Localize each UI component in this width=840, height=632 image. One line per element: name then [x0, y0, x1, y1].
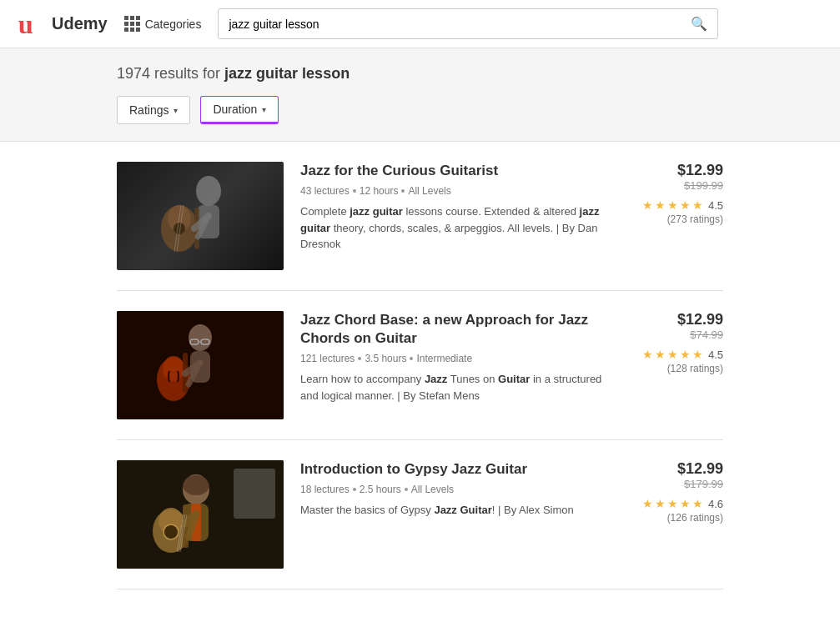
star-4: ★	[680, 348, 691, 361]
sub-header: 1974 results for jazz guitar lesson Rati…	[0, 48, 840, 142]
price-current: $12.99	[631, 162, 723, 179]
course-price: $12.99 $74.99 ★ ★ ★ ★ ★ 4.5 (128 ratings…	[631, 311, 723, 374]
price-current: $12.99	[631, 311, 723, 329]
course-description: Complete jazz guitar lessons course. Ext…	[300, 203, 615, 253]
course-meta: 18 lectures 2.5 hours All Levels	[300, 484, 615, 495]
header: u Udemy Categories 🔍	[0, 0, 840, 48]
main-content: Jazz for the Curious Guitarist 43 lectur…	[0, 142, 840, 589]
star-3: ★	[667, 497, 678, 510]
hours-count: 12 hours	[360, 185, 399, 197]
star-4: ★	[680, 497, 691, 510]
search-input[interactable]	[219, 11, 681, 38]
course-thumbnail[interactable]	[117, 162, 284, 270]
results-text: 1974 results for jazz guitar lesson	[117, 65, 723, 83]
course-meta: 121 lectures 3.5 hours Intermediate	[300, 353, 615, 364]
svg-point-1	[196, 176, 221, 206]
star-5-half: ★	[692, 198, 703, 212]
star-2: ★	[655, 198, 666, 212]
lectures-count: 121 lectures	[300, 353, 355, 364]
svg-point-12	[189, 324, 212, 351]
course-meta: 43 lectures 12 hours All Levels	[300, 185, 615, 197]
course-thumbnail[interactable]	[117, 311, 284, 419]
svg-rect-23	[234, 469, 275, 519]
lectures-count: 43 lectures	[300, 185, 350, 197]
star-3: ★	[667, 348, 678, 361]
hours-count: 3.5 hours	[365, 353, 406, 364]
course-price: $12.99 $179.99 ★ ★ ★ ★ ★ 4.6 (126 rating…	[631, 460, 723, 524]
star-2: ★	[655, 348, 666, 361]
ratings-count: (126 ratings)	[631, 512, 723, 524]
course-card: Introduction to Gypsy Jazz Guitar 18 lec…	[117, 440, 723, 589]
star-3: ★	[667, 198, 678, 212]
svg-point-6	[174, 223, 185, 234]
search-icon: 🔍	[691, 17, 707, 31]
svg-point-30	[164, 525, 178, 539]
course-list: Jazz for the Curious Guitarist 43 lectur…	[117, 142, 723, 589]
svg-point-18	[163, 356, 184, 381]
duration-filter-label: Duration	[213, 103, 257, 116]
course-info: Jazz for the Curious Guitarist 43 lectur…	[300, 162, 615, 253]
course-level: All Levels	[408, 185, 450, 197]
course-description: Master the basics of Gypsy Jazz Guitar! …	[300, 502, 615, 519]
star-2: ★	[655, 497, 666, 510]
course-title[interactable]: Introduction to Gypsy Jazz Guitar	[300, 460, 615, 479]
course-price: $12.99 $199.99 ★ ★ ★ ★ ★ 4.5 (273 rating…	[631, 162, 723, 225]
results-prefix: results for	[154, 65, 224, 82]
rating-number: 4.6	[708, 498, 723, 510]
star-5-half: ★	[692, 348, 703, 361]
star-rating: ★ ★ ★ ★ ★ 4.6	[631, 497, 723, 510]
separator-dot	[405, 488, 408, 491]
svg-point-25	[183, 475, 209, 495]
star-5-half: ★	[692, 497, 703, 510]
course-description: Learn how to accompany Jazz Tunes on Gui…	[300, 371, 615, 404]
separator-dot	[353, 189, 356, 193]
ratings-count: (273 ratings)	[631, 213, 723, 225]
ratings-count: (128 ratings)	[631, 363, 723, 374]
hours-count: 2.5 hours	[360, 484, 401, 495]
ratings-filter-label: Ratings	[129, 103, 169, 117]
star-4: ★	[680, 198, 691, 212]
search-bar: 🔍	[218, 8, 718, 39]
filter-bar: Ratings ▾ Duration ▾	[117, 96, 723, 124]
rating-number: 4.5	[708, 199, 723, 212]
search-button[interactable]: 🔍	[681, 9, 717, 38]
logo-text: Udemy	[52, 14, 108, 33]
price-original: $74.99	[631, 329, 723, 341]
chevron-down-icon: ▾	[174, 106, 178, 115]
course-level: Intermediate	[416, 353, 472, 364]
course-level: All Levels	[411, 484, 454, 495]
categories-label: Categories	[145, 18, 202, 31]
star-rating: ★ ★ ★ ★ ★ 4.5	[631, 348, 723, 361]
chevron-down-icon: ▾	[262, 105, 266, 114]
star-rating: ★ ★ ★ ★ ★ 4.5	[631, 198, 723, 212]
separator-dot	[353, 488, 356, 491]
ratings-filter-button[interactable]: Ratings ▾	[117, 96, 190, 124]
results-count: 1974	[117, 65, 150, 82]
price-original: $199.99	[631, 179, 723, 192]
star-1: ★	[642, 198, 653, 212]
duration-filter-button[interactable]: Duration ▾	[200, 96, 279, 124]
rating-number: 4.5	[708, 349, 723, 361]
course-info: Jazz Chord Base: a new Approach for Jazz…	[300, 311, 615, 404]
separator-dot	[410, 357, 413, 360]
results-query: jazz guitar lesson	[224, 65, 350, 82]
star-1: ★	[642, 497, 653, 510]
lectures-count: 18 lectures	[300, 484, 350, 495]
grid-icon	[124, 16, 140, 32]
star-1: ★	[642, 348, 653, 361]
course-card: Jazz Chord Base: a new Approach for Jazz…	[117, 291, 723, 440]
price-current: $12.99	[631, 460, 723, 478]
categories-button[interactable]: Categories	[124, 16, 202, 32]
svg-text:u: u	[18, 9, 33, 39]
separator-dot	[401, 189, 405, 193]
course-thumbnail[interactable]	[117, 460, 284, 569]
price-original: $179.99	[631, 478, 723, 490]
course-title[interactable]: Jazz for the Curious Guitarist	[300, 162, 615, 180]
logo[interactable]: u Udemy	[17, 9, 108, 39]
separator-dot	[358, 357, 361, 360]
course-info: Introduction to Gypsy Jazz Guitar 18 lec…	[300, 460, 615, 519]
course-title[interactable]: Jazz Chord Base: a new Approach for Jazz…	[300, 311, 615, 348]
course-card: Jazz for the Curious Guitarist 43 lectur…	[117, 142, 723, 291]
